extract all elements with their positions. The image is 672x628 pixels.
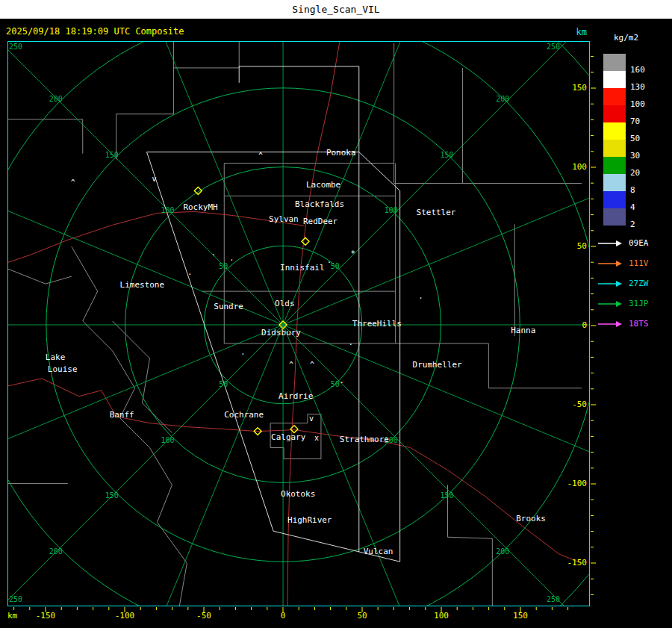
town-label: Banff xyxy=(110,410,134,420)
town-label: Lake xyxy=(46,352,65,362)
town-label: Strathmore xyxy=(340,435,389,444)
ring-distance-label: 250 xyxy=(9,43,22,51)
town-label: Okotoks xyxy=(281,489,315,499)
map-marker: ^ xyxy=(71,178,75,187)
county-boundary-line xyxy=(224,343,582,388)
radar-id: 27ZW xyxy=(629,279,649,288)
radar-plot-frame: 2502001501005050100150200250501001502002… xyxy=(7,41,590,606)
colorbar: kg/m2 16013010070503020842 xyxy=(597,30,672,231)
town-label: Blackfalds xyxy=(295,199,344,209)
radar-legend-row: 111V xyxy=(596,253,671,273)
bottom-axis-unit-label: km xyxy=(7,611,17,621)
map-marker: ^ xyxy=(310,361,314,369)
azimuth-spoke xyxy=(8,154,283,325)
county-boundary-line xyxy=(72,246,187,606)
radar-arrow-head xyxy=(616,321,622,327)
radar-arrow-icon xyxy=(597,299,623,308)
highway-line xyxy=(8,379,294,432)
county-boundary-line xyxy=(173,42,239,68)
town-label: Drumheller xyxy=(413,360,462,370)
colorbar-value: 100 xyxy=(630,99,656,109)
azimuth-spoke xyxy=(112,325,283,606)
radar-legend-row: 31JP xyxy=(596,293,671,314)
map-marker: · xyxy=(349,341,353,349)
colorbar-value: 160 xyxy=(630,65,656,75)
radar-id: 18TS xyxy=(629,319,649,329)
axis-label-bottom: 150 xyxy=(502,611,539,621)
map-marker: · xyxy=(340,379,344,387)
azimuth-spoke xyxy=(283,325,589,496)
map-marker: · xyxy=(211,251,216,259)
highway-line xyxy=(8,211,305,262)
town-label: RedDeer xyxy=(303,217,338,226)
radar-arrow-head xyxy=(616,261,622,267)
axis-label-bottom: 0 xyxy=(264,611,302,621)
colorbar-swatch xyxy=(603,88,626,105)
axis-label-bottom: -100 xyxy=(106,611,143,621)
title-bar: Single_Scan_VIL xyxy=(0,0,672,19)
radar-map-canvas[interactable]: 2502001501005050100150200250501001502002… xyxy=(8,42,589,606)
radar-arrow-icon xyxy=(597,279,623,288)
colorbar-swatch xyxy=(603,71,626,88)
ring-distance-label: 200 xyxy=(49,547,63,556)
map-marker: · xyxy=(187,270,192,279)
axis-label-right: 50 xyxy=(559,241,587,251)
ring-distance-label: 50 xyxy=(219,380,228,388)
colorbar-value: 30 xyxy=(630,151,656,161)
axis-label-right: -150 xyxy=(559,558,587,568)
ring-distance-label: 100 xyxy=(161,206,174,214)
azimuth-spoke xyxy=(283,154,589,325)
bottom-axis: -150-100-50050100150 xyxy=(7,611,590,621)
town-label: Stettler xyxy=(417,208,456,217)
county-boundary-line xyxy=(447,485,492,606)
radar-id: 09EA xyxy=(629,238,649,248)
ring-distance-label: 50 xyxy=(331,380,340,388)
colorbar-swatch xyxy=(603,191,626,208)
town-label: Sundre xyxy=(214,302,243,311)
ring-distance-label: 150 xyxy=(440,151,453,159)
county-boundary-line xyxy=(8,119,83,154)
colorbar-swatch xyxy=(603,174,626,191)
town-label: Hanna xyxy=(511,326,535,335)
town-label: Sylvan xyxy=(269,214,299,224)
radar-legend-row: 18TS xyxy=(596,314,671,334)
ring-distance-label: 50 xyxy=(219,262,228,270)
right-axis-unit-label: km xyxy=(561,27,587,37)
town-label: Olds xyxy=(275,299,294,308)
axis-label-right: 150 xyxy=(559,83,587,93)
town-label: Vulcan xyxy=(364,547,393,556)
radar-arrow-head xyxy=(616,301,622,307)
map-marker: * xyxy=(351,249,355,258)
radar-app-window: { "title_bar": { "title": "Single_Scan_V… xyxy=(0,0,672,628)
axis-label-bottom: -50 xyxy=(185,611,223,621)
map-marker: · xyxy=(419,294,423,302)
ring-distance-label: 150 xyxy=(105,491,119,500)
axis-label-bottom: 100 xyxy=(423,611,460,621)
colorbar-value: 50 xyxy=(630,134,656,143)
scan-timestamp: 2025/09/18 18:19:09 UTC Composite xyxy=(6,26,184,37)
town-label: HighRiver xyxy=(287,515,332,525)
axis-label-right: 0 xyxy=(559,320,587,330)
map-marker: ^ xyxy=(258,152,263,160)
town-label: Ponoka xyxy=(326,148,356,158)
town-label: ThreeHills xyxy=(352,319,402,329)
map-marker: v xyxy=(309,414,314,423)
radar-id: 111V xyxy=(629,258,649,268)
radar-arrow-icon xyxy=(597,239,623,248)
town-label: Cochrane xyxy=(224,410,264,420)
town-label: Innisfail xyxy=(280,263,324,273)
map-marker: · xyxy=(327,258,332,267)
ring-distance-label: 150 xyxy=(440,491,453,500)
radar-legend-row: 27ZW xyxy=(596,273,671,293)
radar-legend-row: 09EA xyxy=(596,233,671,253)
map-marker: x xyxy=(314,434,319,442)
colorbar-swatch xyxy=(603,105,626,122)
map-marker: ^ xyxy=(289,361,293,369)
town-label: Didsbury xyxy=(261,328,301,338)
colorbar-swatch xyxy=(603,157,626,174)
radar-arrow-head xyxy=(616,281,622,287)
scan-footprint-line xyxy=(239,66,359,152)
ring-distance-label: 200 xyxy=(496,547,509,556)
axis-label-bottom: -150 xyxy=(27,611,64,621)
colorbar-value: 70 xyxy=(630,116,656,126)
